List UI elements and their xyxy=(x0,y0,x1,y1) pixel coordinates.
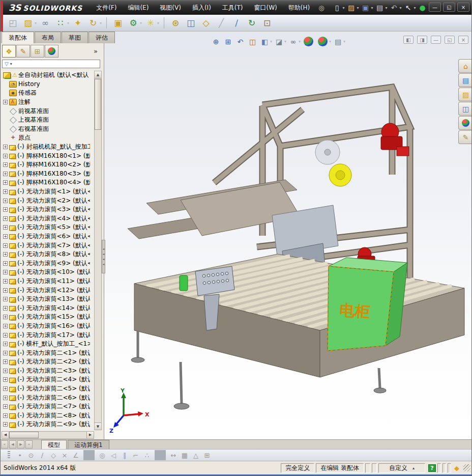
grid-button[interactable]: ▦ xyxy=(179,450,190,460)
tree-item[interactable]: (-) 无动力滚筒<1> (默认< xyxy=(2,187,94,197)
commandmanager-tab[interactable]: 评估 xyxy=(88,32,115,43)
instant3d-button[interactable]: ∕ xyxy=(230,17,243,29)
dropdown-arrow-icon[interactable]: ▾ xyxy=(67,21,69,25)
tree-item[interactable]: 上视基准面 xyxy=(2,116,94,125)
tree-item[interactable]: (-) 脚杯M16X180<4> (默认 xyxy=(2,178,94,187)
tree-item[interactable]: (-) 脚杯M16X180<3> (默认 xyxy=(2,170,94,179)
assembly-features-button[interactable]: ⚙ xyxy=(127,17,139,29)
tree-item[interactable]: (-) 无动力滚筒<9> (默认< xyxy=(2,259,94,268)
close-button[interactable]: × xyxy=(457,3,469,12)
expand-toggle[interactable] xyxy=(3,404,8,409)
menu-item[interactable]: 插入(I) xyxy=(187,1,217,15)
expand-toggle[interactable] xyxy=(3,297,8,301)
point-tool-button[interactable]: • xyxy=(14,450,25,460)
expand-toggle[interactable] xyxy=(3,172,8,176)
commandmanager-tab[interactable]: 布局 xyxy=(35,32,61,43)
expand-toggle[interactable] xyxy=(3,315,8,319)
expand-toggle[interactable] xyxy=(3,234,8,239)
toolbar-separator[interactable] xyxy=(83,450,95,460)
zoom-to-area-button[interactable]: ⊞ xyxy=(223,37,233,46)
tree-item[interactable]: (-) 无动力滚筒二<4> (默认 xyxy=(2,375,94,384)
graphics-viewport[interactable]: 电柜 Y X Z ⊕ ⊞ xyxy=(104,32,472,439)
expand-toggle[interactable] xyxy=(3,422,8,427)
menu-item[interactable]: 文件(F) xyxy=(91,1,122,15)
tab-nav-button[interactable]: « xyxy=(1,440,8,449)
quick-tips-help-button[interactable]: ? xyxy=(428,464,436,472)
tree-item[interactable]: (-) 无动力滚筒<6> (默认< xyxy=(2,232,94,241)
design-library-tab[interactable]: ▤ xyxy=(458,73,472,87)
view-palette-tab[interactable]: ◫ xyxy=(458,102,472,116)
commandmanager-tab[interactable]: 草图 xyxy=(62,32,88,43)
pane-collapse-right-button[interactable]: ◨ xyxy=(417,36,427,44)
dropdown-arrow-icon[interactable]: ▾ xyxy=(386,6,388,10)
tree-item[interactable]: (-) 无动力滚筒二<7> (默认 xyxy=(2,402,94,411)
tree-horizontal-scrollbar[interactable]: ◀ ▶ xyxy=(2,431,94,439)
expand-toggle[interactable] xyxy=(3,413,8,418)
pin-menu-icon[interactable]: ◎ xyxy=(318,4,324,12)
explode-line-sketch-button[interactable]: ╱ xyxy=(215,17,227,29)
dropdown-arrow-icon[interactable]: ▾ xyxy=(284,39,286,44)
tree-item[interactable]: (-) 无动力滚筒<16> (默认 xyxy=(2,322,94,331)
displaymanager-tab[interactable] xyxy=(45,45,58,58)
propertymanager-tab[interactable]: ✎ xyxy=(16,45,30,58)
resize-grip[interactable] xyxy=(463,464,470,471)
tree-item[interactable]: 前视基准面 xyxy=(2,106,94,116)
tab-nav-button[interactable]: » xyxy=(25,440,33,449)
tree-item[interactable]: (-) 无动力滚筒<7> (默认< xyxy=(2,241,94,250)
restore-button[interactable]: ◱ xyxy=(443,3,455,12)
linear-component-pattern-button[interactable]: ∷ xyxy=(54,17,67,29)
expand-toggle[interactable] xyxy=(3,199,8,203)
tree-item[interactable]: (-) 无动力滚筒<14> (默认 xyxy=(2,303,94,313)
dropdown-arrow-icon[interactable]: ▾ xyxy=(299,39,301,44)
tag-icon[interactable]: ◆ xyxy=(454,464,459,472)
tree-item[interactable]: ◔ History xyxy=(2,80,94,89)
tree-item[interactable]: (-) 无动力滚筒<13> (默认 xyxy=(2,295,94,304)
mate-button[interactable]: ∞ xyxy=(39,17,51,29)
toolbar-separator[interactable] xyxy=(106,17,107,29)
move-component-button[interactable]: ↻ xyxy=(87,17,99,29)
toolbar-separator[interactable] xyxy=(155,450,166,460)
doc-close-button[interactable]: × xyxy=(458,36,468,44)
tree-item[interactable]: (-) 脚杯M16X180<1> (默认 xyxy=(2,151,94,160)
snap-perpendicular-button[interactable]: ⌐ xyxy=(130,450,141,460)
expand-toggle[interactable] xyxy=(3,396,8,400)
snap-points-button[interactable]: ∴ xyxy=(141,450,153,460)
dropdown-arrow-icon[interactable]: ▾ xyxy=(400,6,402,10)
tree-item[interactable]: 右视基准面 xyxy=(2,125,94,134)
menu-item[interactable]: 帮助(H) xyxy=(283,1,315,15)
view-settings-button[interactable]: ▤ xyxy=(333,37,343,46)
expand-toggle[interactable] xyxy=(3,207,8,212)
expand-toggle[interactable] xyxy=(3,351,8,355)
polygon-tool-button[interactable]: ◇ xyxy=(48,450,59,460)
undo-button[interactable]: ↶ xyxy=(389,3,399,13)
tree-item[interactable]: A 注解 xyxy=(2,98,94,107)
expand-toggle[interactable] xyxy=(3,288,8,293)
expand-toggle[interactable] xyxy=(3,359,8,364)
snapshot-button[interactable]: ⊡ xyxy=(261,17,273,29)
scrollbar-thumb[interactable] xyxy=(9,432,39,438)
tree-item[interactable]: (-) 无动力滚筒二<3> (默认 xyxy=(2,367,94,376)
expand-toggle[interactable] xyxy=(3,324,8,328)
insert-components-button[interactable]: ◰ xyxy=(7,17,19,29)
tree-item[interactable]: 原点 xyxy=(2,133,94,143)
angle-snap-button[interactable]: △ xyxy=(190,450,201,460)
tree-item[interactable]: (-) 横杆_默认_按加工_<1> xyxy=(2,340,94,349)
section-view-button[interactable]: ◫ xyxy=(248,37,257,46)
edit-appearance-button[interactable] xyxy=(304,37,313,46)
dropdown-arrow-icon[interactable]: ▾ xyxy=(157,21,159,25)
menu-item[interactable]: 工具(T) xyxy=(217,1,249,15)
panel-splitter[interactable]: ◂◂◂◂ xyxy=(102,240,105,273)
panel-tabs-overflow-button[interactable]: » xyxy=(94,47,98,55)
tree-root-item[interactable]: ⚠ 全自动封箱机 (默认<默认 xyxy=(2,71,94,80)
dropdown-arrow-icon[interactable]: ▾ xyxy=(100,21,102,25)
open-insert-component-button[interactable]: ▨ xyxy=(22,17,34,29)
sketch-angle-button[interactable]: ∠ xyxy=(70,450,81,460)
minimize-button[interactable]: — xyxy=(429,3,441,12)
performance-evaluation-button[interactable]: ● xyxy=(418,3,428,13)
scroll-up-arrow[interactable]: ▲ xyxy=(95,71,101,78)
show-hidden-components-button[interactable]: ▣ xyxy=(112,17,124,29)
save-button[interactable]: ▣ xyxy=(361,3,371,13)
previous-view-button[interactable]: ↶ xyxy=(235,37,245,46)
doc-minimize-button[interactable]: — xyxy=(431,36,441,44)
tree-item[interactable]: (-) 无动力滚筒二<1> (默认 xyxy=(2,348,94,357)
